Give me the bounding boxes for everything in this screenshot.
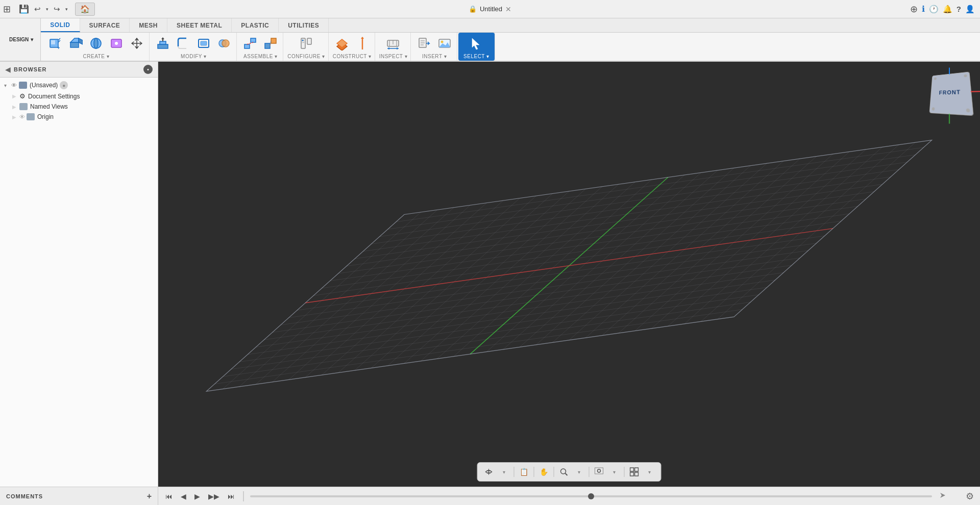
save-button[interactable]: 💾: [17, 3, 31, 15]
undo-button[interactable]: ↩: [32, 4, 43, 15]
grid-button[interactable]: [627, 465, 642, 479]
doc-settings-label: Document Settings: [28, 93, 80, 100]
orbit-button[interactable]: [482, 465, 496, 479]
help-button[interactable]: ?: [957, 5, 961, 13]
comments-add-button[interactable]: +: [147, 492, 152, 501]
timeline-end-button[interactable]: ⏭: [226, 491, 237, 501]
timeline-start-button[interactable]: ⏮: [163, 491, 175, 501]
settings-button[interactable]: ⚙: [960, 491, 980, 502]
browser-collapse-icon[interactable]: ◀: [5, 65, 11, 73]
extrude-button[interactable]: [66, 34, 85, 53]
tree-item-doc-settings[interactable]: ▶ ⚙ Document Settings: [0, 91, 158, 102]
tab-solid[interactable]: SOLID: [41, 18, 80, 32]
tab-mesh[interactable]: MESH: [130, 18, 167, 32]
zoom-dropdown[interactable]: ▾: [572, 465, 586, 479]
expand-icon[interactable]: ▾: [4, 83, 11, 88]
visibility-toggle[interactable]: 👁: [11, 82, 17, 88]
tab-plastic[interactable]: PLASTIC: [232, 18, 279, 32]
tree-item-named-views[interactable]: ▶ Named Views: [0, 102, 158, 112]
redo-button[interactable]: ↪: [52, 4, 62, 15]
folder-icon: [27, 113, 35, 120]
press-pull-button[interactable]: [154, 34, 172, 53]
expand-icon[interactable]: ▶: [12, 114, 19, 120]
record-button[interactable]: ●: [60, 81, 68, 89]
browser-pin-button[interactable]: •: [143, 65, 153, 74]
insert-image-button[interactable]: [435, 34, 454, 53]
view-cube-label: FRONT: [939, 89, 961, 95]
new-component-button[interactable]: +: [46, 34, 64, 53]
tree-item-unsaved[interactable]: ▾ 👁 (Unsaved) ●: [0, 80, 158, 91]
grid-canvas: [158, 62, 980, 487]
axis-button[interactable]: [353, 34, 372, 53]
home-button[interactable]: 🏠: [75, 3, 95, 16]
browser-tree: ▾ 👁 (Unsaved) ● ▶ ⚙ Document Settings ▶ …: [0, 78, 158, 487]
modify-label: MODIFY ▾: [181, 54, 206, 59]
create-tools: +: [46, 34, 146, 53]
toolbar-tab-bar: SOLID SURFACE MESH SHEET METAL PLASTIC U…: [41, 18, 980, 61]
offset-plane-button[interactable]: [333, 34, 351, 53]
apps-menu[interactable]: ⊞: [0, 4, 14, 15]
insert-group: INSERT ▾: [412, 33, 457, 61]
as-built-joint-button[interactable]: [261, 34, 280, 53]
tab-sheet-metal[interactable]: SHEET METAL: [167, 18, 232, 32]
shell-button[interactable]: [194, 34, 213, 53]
origin-label: Origin: [37, 113, 54, 120]
insert-derive-button[interactable]: [415, 34, 433, 53]
pan-button[interactable]: ✋: [537, 465, 551, 479]
view-cube-face[interactable]: FRONT: [929, 71, 974, 116]
redo-dropdown[interactable]: ▾: [63, 6, 70, 13]
svg-point-31: [302, 42, 303, 43]
timeline-play-button[interactable]: ▶: [192, 491, 202, 501]
notification-button[interactable]: 🔔: [943, 5, 952, 14]
insert-label: INSERT ▾: [422, 54, 447, 59]
copy-button[interactable]: 📋: [517, 465, 531, 479]
comments-section: COMMENTS +: [0, 487, 158, 505]
timeline-options-button[interactable]: [939, 491, 954, 501]
measure-button[interactable]: [384, 34, 402, 53]
move-button[interactable]: [128, 34, 146, 53]
expand-icon[interactable]: ▶: [12, 93, 19, 99]
fillet-button[interactable]: [174, 34, 192, 53]
tab-surface[interactable]: SURFACE: [80, 18, 130, 32]
undo-dropdown[interactable]: ▾: [44, 6, 51, 13]
create-more-button[interactable]: [107, 34, 126, 53]
view-menu-button[interactable]: [592, 465, 606, 479]
grid-dropdown[interactable]: ▾: [643, 465, 657, 479]
comments-bar: COMMENTS + ⏮ ◀ ▶ ▶▶ ⏭ ⚙: [0, 487, 980, 505]
timeline-prev-button[interactable]: ◀: [179, 491, 188, 501]
orbit-dropdown[interactable]: ▾: [497, 465, 511, 479]
info-button[interactable]: ℹ: [922, 4, 925, 14]
grid-icon[interactable]: ⊞: [3, 4, 11, 15]
timeline-next-button[interactable]: ▶▶: [206, 491, 222, 501]
svg-marker-6: [70, 38, 79, 42]
svg-rect-60: [630, 472, 634, 476]
configure-tool-button[interactable]: [297, 34, 315, 53]
svg-rect-12: [158, 44, 168, 48]
revolve-button[interactable]: [87, 34, 105, 53]
select-button[interactable]: [467, 34, 485, 53]
design-dropdown[interactable]: DESIGN ▾: [0, 18, 41, 61]
zoom-button[interactable]: [557, 465, 571, 479]
combine-button[interactable]: [215, 34, 233, 53]
expand-icon[interactable]: ▶: [12, 104, 19, 110]
eye-hidden-icon[interactable]: 👁: [19, 114, 25, 120]
svg-point-54: [561, 469, 566, 474]
joint-button[interactable]: [241, 34, 259, 53]
viewport-3d[interactable]: FRONT ▾ 📋 ✋: [158, 62, 980, 487]
tree-item-origin[interactable]: ▶ 👁 Origin: [0, 112, 158, 122]
clock-button[interactable]: 🕐: [929, 5, 939, 14]
toolbar-tabs: SOLID SURFACE MESH SHEET METAL PLASTIC U…: [41, 18, 980, 33]
create-group: +: [43, 33, 150, 61]
timeline-marker: [588, 493, 594, 499]
svg-point-11: [115, 42, 118, 45]
svg-rect-27: [307, 38, 311, 44]
close-tab-icon[interactable]: ✕: [505, 5, 511, 13]
view-dropdown[interactable]: ▾: [607, 465, 622, 479]
tab-utilities[interactable]: UTILITIES: [279, 18, 329, 32]
insert-tools: [415, 34, 454, 53]
gear-icon: ⚙: [19, 92, 26, 100]
view-cube[interactable]: FRONT: [929, 72, 970, 113]
add-tab-button[interactable]: ⊕: [910, 4, 918, 15]
user-avatar[interactable]: 👤: [965, 5, 975, 14]
timeline-bar[interactable]: [250, 495, 932, 497]
